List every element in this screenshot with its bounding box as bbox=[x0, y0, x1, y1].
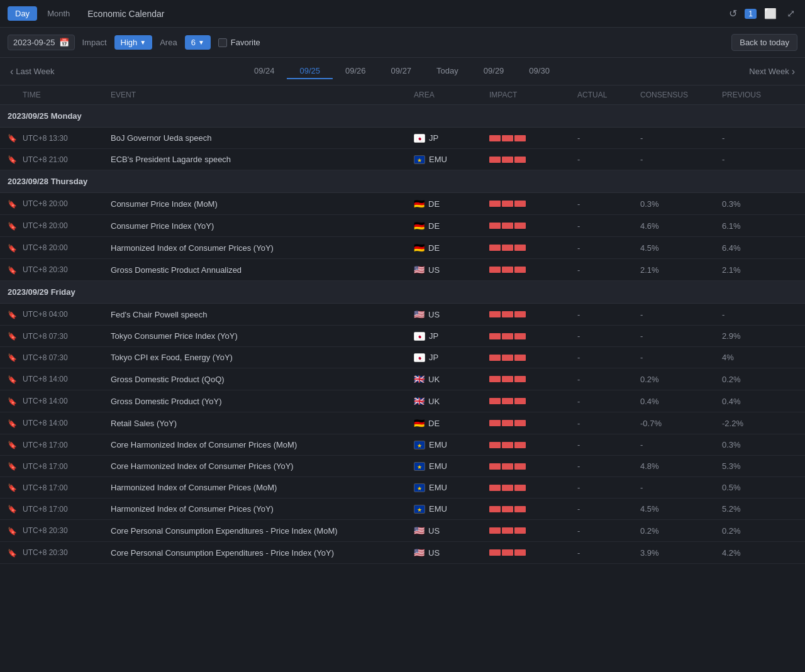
table-row[interactable]: 🔖UTC+8 14:00Gross Domestic Product (YoY)… bbox=[0, 390, 805, 412]
area-code: JP bbox=[429, 133, 438, 143]
date-tab[interactable]: 09/30 bbox=[516, 63, 562, 79]
area-code: EMU bbox=[429, 155, 447, 164]
consensus-cell: 4.6% bbox=[640, 221, 722, 231]
table-row[interactable]: 🔖UTC+8 14:00Gross Domestic Product (QoQ)… bbox=[0, 368, 805, 390]
back-to-today-button[interactable]: Back to today bbox=[731, 34, 797, 51]
table-row[interactable]: 🔖UTC+8 17:00Harmonized Index of Consumer… bbox=[0, 477, 805, 498]
date-tab[interactable]: 09/24 bbox=[242, 63, 287, 79]
table-row[interactable]: 🔖UTC+8 20:00Consumer Price Index (YoY)🇩🇪… bbox=[0, 215, 805, 237]
expand-icon[interactable]: ⤢ bbox=[784, 6, 797, 21]
table-row[interactable]: 🔖UTC+8 17:00Harmonized Index of Consumer… bbox=[0, 498, 805, 520]
table-row[interactable]: 🔖UTC+8 20:30Gross Domestic Product Annua… bbox=[0, 259, 805, 281]
table-row[interactable]: 🔖UTC+8 20:30Core Personal Consumption Ex… bbox=[0, 520, 805, 542]
table-row[interactable]: 🔖UTC+8 20:00Consumer Price Index (MoM)🇩🇪… bbox=[0, 193, 805, 215]
table-row[interactable]: 🔖UTC+8 17:00Core Harmonized Index of Con… bbox=[0, 434, 805, 456]
table-row[interactable]: 🔖UTC+8 20:30Core Personal Consumption Ex… bbox=[0, 542, 805, 564]
bookmark-icon[interactable]: 🔖 bbox=[8, 133, 23, 143]
table-row[interactable]: 🔖UTC+8 20:00Harmonized Index of Consumer… bbox=[0, 237, 805, 259]
table-row[interactable]: 🔖UTC+8 07:30Tokyo CPI ex Food, Energy (Y… bbox=[0, 347, 805, 368]
bookmark-icon[interactable]: 🔖 bbox=[8, 548, 23, 558]
area-label: Area bbox=[160, 38, 177, 47]
table-row[interactable]: 🔖UTC+8 07:30Tokyo Consumer Price Index (… bbox=[0, 326, 805, 347]
bookmark-icon[interactable]: 🔖 bbox=[8, 353, 23, 362]
bookmark-icon[interactable]: 🔖 bbox=[8, 504, 23, 514]
consensus-cell: - bbox=[640, 310, 722, 319]
table-body: 2023/09/25 Monday🔖UTC+8 13:30BoJ Governo… bbox=[0, 105, 805, 564]
last-week-btn[interactable]: Last Week bbox=[16, 67, 54, 76]
impact-bar-2 bbox=[502, 223, 513, 229]
impact-bar-2 bbox=[502, 376, 513, 382]
bookmark-icon[interactable]: 🔖 bbox=[8, 397, 23, 406]
area-select[interactable]: 6 ▼ bbox=[185, 35, 211, 50]
tab-month[interactable]: Month bbox=[40, 6, 77, 21]
bookmark-icon[interactable]: 🔖 bbox=[8, 419, 23, 428]
previous-cell: 4.2% bbox=[722, 548, 797, 558]
impact-bar-1 bbox=[489, 245, 501, 251]
area-cell: 🇺🇸US bbox=[414, 265, 489, 275]
bookmark-icon[interactable]: 🔖 bbox=[8, 483, 23, 492]
time-cell: UTC+8 20:00 bbox=[23, 243, 111, 252]
table-row[interactable]: 🔖UTC+8 14:00Retail Sales (YoY)🇩🇪DE--0.7%… bbox=[0, 412, 805, 434]
date-tab[interactable]: 09/27 bbox=[379, 63, 425, 79]
area-code: UK bbox=[428, 397, 440, 406]
consensus-cell: 0.3% bbox=[640, 199, 722, 209]
bookmark-icon[interactable]: 🔖 bbox=[8, 526, 23, 536]
previous-cell: -2.2% bbox=[722, 419, 797, 428]
section-header: 2023/09/28 Thursday bbox=[0, 170, 805, 193]
impact-select[interactable]: High ▼ bbox=[114, 35, 153, 50]
bookmark-icon[interactable]: 🔖 bbox=[8, 461, 23, 471]
table-row[interactable]: 🔖UTC+8 04:00Fed's Chair Powell speech🇺🇸U… bbox=[0, 304, 805, 326]
area-code: DE bbox=[428, 199, 440, 209]
consensus-cell: -0.7% bbox=[640, 419, 722, 428]
date-tab[interactable]: Today bbox=[424, 63, 471, 79]
date-tab[interactable]: 09/26 bbox=[333, 63, 379, 79]
table-row[interactable]: 🔖UTC+8 17:00Core Harmonized Index of Con… bbox=[0, 456, 805, 477]
consensus-cell: - bbox=[640, 331, 722, 341]
refresh-icon[interactable]: ↺ bbox=[726, 6, 740, 21]
top-bar: Day Month Economic Calendar ↺ 1 ⬜ ⤢ bbox=[0, 0, 805, 28]
bookmark-icon[interactable]: 🔖 bbox=[8, 265, 23, 275]
bookmark-icon[interactable]: 🔖 bbox=[8, 199, 23, 209]
bookmark-icon[interactable]: 🔖 bbox=[8, 155, 23, 164]
date-tab[interactable]: 09/25 bbox=[287, 63, 333, 79]
table-row[interactable]: 🔖UTC+8 13:30BoJ Governor Ueda speech🇯🇵JP… bbox=[0, 128, 805, 149]
tab-day[interactable]: Day bbox=[8, 6, 37, 21]
date-tab[interactable]: 09/29 bbox=[471, 63, 517, 79]
bookmark-icon[interactable]: 🔖 bbox=[8, 331, 23, 341]
impact-cell bbox=[489, 245, 577, 251]
area-cell: 🇬🇧UK bbox=[414, 374, 489, 384]
calendar-icon: 📅 bbox=[59, 38, 69, 47]
impact-bar-3 bbox=[514, 267, 526, 273]
area-cell: 🇯🇵JP bbox=[414, 133, 489, 143]
tab-group: Day Month bbox=[8, 6, 77, 21]
area-cell: ★EMU bbox=[414, 504, 489, 514]
impact-bar-3 bbox=[514, 463, 526, 470]
layout-icon[interactable]: ⬜ bbox=[762, 6, 779, 21]
favorite-checkbox[interactable]: Favorite bbox=[218, 38, 260, 47]
bookmark-icon[interactable]: 🔖 bbox=[8, 221, 23, 231]
impact-bar-1 bbox=[489, 201, 501, 207]
impact-bar-3 bbox=[514, 485, 526, 491]
impact-bar-2 bbox=[502, 485, 513, 491]
previous-cell: 4% bbox=[722, 353, 797, 362]
impact-bar-2 bbox=[502, 311, 513, 317]
impact-bar-1 bbox=[489, 311, 501, 317]
bookmark-icon[interactable]: 🔖 bbox=[8, 440, 23, 449]
bookmark-icon[interactable]: 🔖 bbox=[8, 310, 23, 319]
right-arrow[interactable]: › bbox=[789, 65, 797, 79]
date-picker[interactable]: 2023-09-25 📅 bbox=[8, 35, 75, 50]
impact-bar-1 bbox=[489, 333, 501, 339]
th-time: Time bbox=[23, 91, 111, 99]
bookmark-icon[interactable]: 🔖 bbox=[8, 243, 23, 253]
table-row[interactable]: 🔖UTC+8 21:00ECB's President Lagarde spee… bbox=[0, 149, 805, 170]
actual-cell: - bbox=[577, 199, 640, 209]
time-cell: UTC+8 21:00 bbox=[23, 155, 111, 164]
bookmark-icon[interactable]: 🔖 bbox=[8, 375, 23, 384]
impact-cell bbox=[489, 311, 577, 317]
previous-cell: - bbox=[722, 133, 797, 143]
th-event: Event bbox=[111, 91, 414, 99]
left-arrow[interactable]: ‹ bbox=[8, 65, 16, 79]
favorite-label: Favorite bbox=[231, 38, 260, 47]
area-cell: 🇩🇪DE bbox=[414, 221, 489, 231]
next-week-btn[interactable]: Next Week bbox=[749, 67, 789, 76]
